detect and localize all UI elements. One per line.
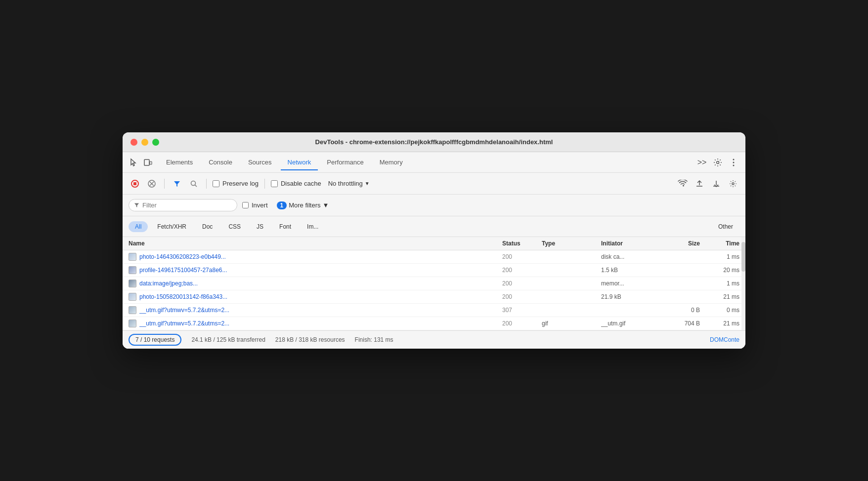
row-status-4: 307 (502, 307, 542, 314)
type-img-button[interactable]: Im... (301, 221, 325, 232)
disable-cache-checkbox[interactable] (271, 180, 278, 187)
network-table: Name Status Type Initiator Size Time pho… (123, 237, 745, 330)
status-requests: 7 / 10 requests (129, 334, 181, 346)
more-options-icon[interactable] (728, 157, 739, 168)
tab-network[interactable]: Network (281, 155, 318, 170)
svg-point-11 (191, 181, 196, 185)
svg-point-4 (733, 161, 735, 163)
search-button[interactable] (187, 177, 200, 190)
row-size-5: 704 B (660, 320, 700, 327)
traffic-lights (130, 139, 159, 146)
svg-rect-0 (144, 160, 149, 165)
tabs-right-icons: >> (696, 157, 739, 168)
window-title: DevTools - chrome-extension://pejkokffka… (315, 138, 553, 146)
filter-input-wrap[interactable] (129, 199, 237, 211)
wifi-icon[interactable] (676, 177, 689, 190)
tab-elements[interactable]: Elements (159, 155, 200, 170)
row-icon-0 (129, 253, 136, 261)
type-all-button[interactable]: All (129, 221, 148, 232)
more-tabs-button[interactable]: >> (696, 157, 708, 168)
filter-input[interactable] (142, 201, 232, 209)
throttle-arrow-icon: ▼ (365, 181, 370, 186)
status-transferred: 24.1 kB / 125 kB transferred (191, 336, 265, 343)
row-initiator-5: __utm.gif (601, 320, 660, 327)
type-other-button[interactable]: Other (712, 221, 739, 232)
download-icon[interactable] (710, 177, 723, 190)
close-button[interactable] (130, 139, 137, 146)
svg-point-2 (717, 161, 719, 163)
settings2-icon[interactable] (727, 177, 739, 190)
minimize-button[interactable] (141, 139, 148, 146)
more-filters-badge: 1 (277, 201, 287, 209)
tab-memory[interactable]: Memory (373, 155, 410, 170)
more-filters-arrow-icon: ▼ (323, 201, 329, 209)
row-time-1: 20 ms (700, 267, 739, 274)
row-name-0: photo-1464306208223-e0b449... (129, 253, 502, 261)
maximize-button[interactable] (152, 139, 159, 146)
row-icon-2 (129, 280, 136, 287)
toolbar-divider-1 (164, 179, 165, 189)
tab-performance[interactable]: Performance (320, 155, 370, 170)
throttle-select[interactable]: No throttling ▼ (325, 179, 373, 188)
table-row[interactable]: data:image/jpeg;bas... 200 memor... 1 ms (123, 277, 745, 290)
svg-rect-1 (150, 161, 152, 164)
filter-button[interactable] (171, 177, 183, 190)
row-time-4: 0 ms (700, 307, 739, 314)
row-icon-1 (129, 266, 136, 274)
row-status-2: 200 (502, 280, 542, 287)
col-header-initiator: Initiator (601, 240, 660, 247)
table-row[interactable]: photo-1464306208223-e0b449... 200 disk c… (123, 250, 745, 264)
type-js-button[interactable]: JS (250, 221, 270, 232)
tab-console[interactable]: Console (202, 155, 239, 170)
table-row[interactable]: __utm.gif?utmwv=5.7.2&utms=2... 200 gif … (123, 317, 745, 330)
filter-funnel-icon (134, 202, 139, 208)
disable-cache-label[interactable]: Disable cache (271, 180, 321, 187)
col-header-name: Name (129, 240, 502, 247)
preserve-log-checkbox[interactable] (213, 180, 219, 187)
tab-sources[interactable]: Sources (241, 155, 279, 170)
type-doc-button[interactable]: Doc (196, 221, 219, 232)
svg-rect-7 (133, 182, 136, 185)
svg-line-12 (195, 185, 197, 187)
table-row[interactable]: profile-1496175100457-27a8e6... 200 1.5 … (123, 264, 745, 277)
row-icon-3 (129, 293, 136, 301)
clear-button[interactable] (145, 177, 158, 190)
row-time-2: 1 ms (700, 280, 739, 287)
row-size-4: 0 B (660, 307, 700, 314)
upload-icon[interactable] (693, 177, 706, 190)
title-bar: DevTools - chrome-extension://pejkokffka… (123, 132, 745, 152)
table-area: Name Status Type Initiator Size Time pho… (123, 237, 745, 330)
row-name-5: __utm.gif?utmwv=5.7.2&utms=2... (129, 320, 502, 327)
toolbar-divider-2 (206, 179, 207, 189)
type-fetchxhr-button[interactable]: Fetch/XHR (151, 221, 193, 232)
table-row[interactable]: photo-1505820013142-f86a343... 200 21.9 … (123, 290, 745, 304)
row-initiator-2: memor... (601, 280, 660, 287)
status-finish: Finish: 131 ms (355, 336, 393, 343)
row-name-3: photo-1505820013142-f86a343... (129, 293, 502, 301)
more-filters-button[interactable]: 1 More filters ▼ (273, 200, 333, 210)
row-icon-5 (129, 320, 136, 327)
invert-label[interactable]: Invert (242, 201, 268, 209)
settings-icon[interactable] (712, 157, 724, 168)
stop-recording-button[interactable] (129, 177, 141, 190)
row-status-5: 200 (502, 320, 542, 327)
row-time-5: 21 ms (700, 320, 739, 327)
row-name-1: profile-1496175100457-27a8e6... (129, 266, 502, 274)
row-name-2: data:image/jpeg;bas... (129, 280, 502, 287)
cursor-icon[interactable] (129, 157, 139, 168)
preserve-log-label[interactable]: Preserve log (213, 180, 259, 187)
table-row[interactable]: __utm.gif?utmwv=5.7.2&utms=2... 307 0 B … (123, 304, 745, 317)
svg-point-3 (733, 159, 735, 160)
device-icon[interactable] (142, 157, 153, 168)
invert-checkbox[interactable] (242, 202, 249, 208)
row-name-4: __utm.gif?utmwv=5.7.2&utms=2... (129, 306, 502, 314)
row-type-5: gif (542, 320, 601, 327)
devtools-panel: Elements Console Sources Network Perform… (123, 152, 745, 349)
type-font-button[interactable]: Font (273, 221, 298, 232)
type-css-button[interactable]: CSS (222, 221, 247, 232)
col-header-time: Time (700, 240, 739, 247)
tabs-row: Elements Console Sources Network Perform… (123, 152, 745, 173)
scrollbar[interactable] (741, 237, 745, 330)
scrollbar-thumb[interactable] (741, 242, 745, 272)
filter-row: Invert 1 More filters ▼ (123, 195, 745, 216)
